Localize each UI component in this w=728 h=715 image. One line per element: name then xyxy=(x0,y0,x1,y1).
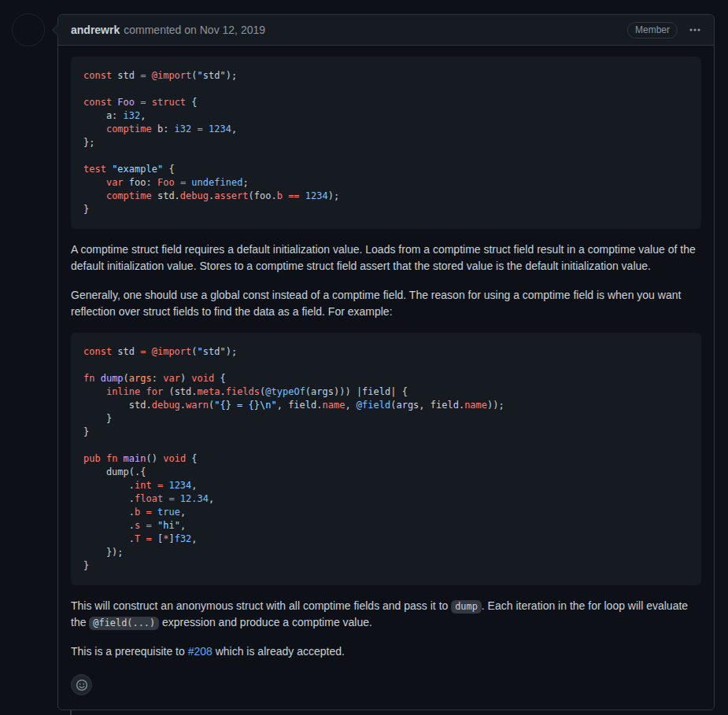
paragraph-text: expression and produce a comptime value. xyxy=(159,616,372,628)
issue-link[interactable]: #208 xyxy=(188,645,212,658)
comment-header: andrewrk commented on Nov 12, 2019 Membe… xyxy=(58,15,714,46)
inline-code: @field(...) xyxy=(89,617,159,630)
avatar[interactable] xyxy=(13,14,44,46)
code-block-zig-2: const std = @import("std"); fn dump(args… xyxy=(71,333,701,585)
timeline-connector xyxy=(70,710,72,715)
speech-caret-fill xyxy=(53,24,59,36)
paragraph-2: Generally, one should use a global const… xyxy=(71,287,701,320)
member-badge: Member xyxy=(627,22,678,39)
paragraph-3: This will construct an anonymous struct … xyxy=(71,598,701,631)
inline-code: dump xyxy=(451,600,482,614)
author-link[interactable]: andrewrk xyxy=(71,24,120,36)
code-block-zig-1: const std = @import("std"); const Foo = … xyxy=(71,57,701,229)
paragraph-1: A comptime struct field requires a defau… xyxy=(71,241,701,275)
paragraph-text: This is a prerequisite to xyxy=(71,645,188,658)
kebab-icon xyxy=(689,24,701,36)
paragraph-4: This is a prerequisite to #208 which is … xyxy=(71,643,701,660)
paragraph-text: This will construct an anonymous struct … xyxy=(71,599,451,612)
paragraph-text: which is already accepted. xyxy=(212,645,345,658)
smiley-icon xyxy=(76,679,88,691)
kebab-menu-button[interactable] xyxy=(689,20,701,39)
comment-timestamp: commented on Nov 12, 2019 xyxy=(124,24,265,36)
add-reaction-button[interactable] xyxy=(71,674,92,695)
issue-timeline-page: andrewrk commented on Nov 12, 2019 Membe… xyxy=(0,0,728,715)
comment-card: andrewrk commented on Nov 12, 2019 Membe… xyxy=(57,14,715,710)
comment-body: const std = @import("std"); const Foo = … xyxy=(58,46,714,708)
